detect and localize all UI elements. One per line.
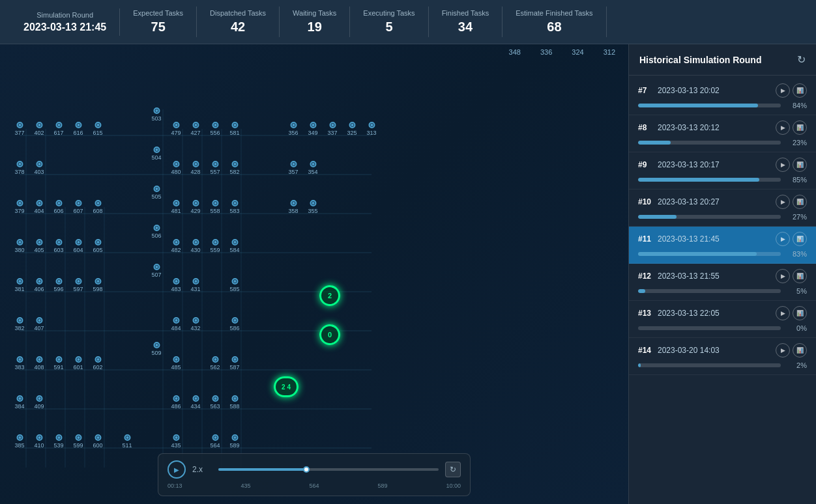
node-608[interactable]: 608 — [93, 200, 102, 214]
node-615[interactable]: 615 — [93, 122, 102, 136]
node-507[interactable]: 507 — [151, 264, 161, 278]
node-563[interactable]: 563 — [210, 395, 220, 410]
node-409[interactable]: 409 — [34, 395, 44, 410]
round-chart-button-5[interactable]: 📊 — [793, 269, 807, 283]
node-337[interactable]: 337 — [327, 122, 337, 136]
node-587[interactable]: 587 — [229, 356, 239, 371]
node-597[interactable]: 597 — [73, 278, 83, 292]
node-427[interactable]: 427 — [190, 122, 200, 136]
node-601[interactable]: 601 — [73, 356, 83, 371]
node-607[interactable]: 607 — [73, 200, 83, 214]
node-503[interactable]: 503 — [151, 107, 161, 122]
node-383[interactable]: 383 — [14, 356, 24, 371]
node-485[interactable]: 485 — [171, 356, 181, 371]
node-378[interactable]: 378 — [14, 161, 24, 175]
node-384[interactable]: 384 — [14, 395, 24, 410]
node-605[interactable]: 605 — [93, 239, 102, 253]
round-item-13[interactable]: #132023-03-13 22:05▶📊0% — [629, 301, 816, 338]
node-505[interactable]: 505 — [151, 186, 161, 200]
node-539[interactable]: 539 — [53, 434, 63, 449]
node-617[interactable]: 617 — [53, 122, 63, 136]
round-item-14[interactable]: #142023-03-20 14:03▶📊2% — [629, 338, 816, 375]
node-432[interactable]: 432 — [190, 317, 200, 331]
node-355[interactable]: 355 — [308, 200, 317, 214]
node-486[interactable]: 486 — [171, 395, 181, 410]
round-chart-button-0[interactable]: 📊 — [793, 83, 807, 98]
active-node-2-4[interactable]: 2 4 — [274, 376, 299, 397]
node-588[interactable]: 588 — [229, 395, 239, 410]
round-chart-button-3[interactable]: 📊 — [793, 195, 807, 209]
node-379[interactable]: 379 — [14, 200, 24, 214]
node-558[interactable]: 558 — [210, 200, 220, 214]
node-556[interactable]: 556 — [210, 122, 220, 136]
node-616[interactable]: 616 — [73, 122, 83, 136]
node-407[interactable]: 407 — [34, 317, 44, 331]
node-434[interactable]: 434 — [190, 395, 200, 410]
node-584[interactable]: 584 — [229, 239, 239, 253]
node-382[interactable]: 382 — [14, 317, 24, 331]
node-582[interactable]: 582 — [229, 161, 239, 175]
node-357[interactable]: 357 — [288, 161, 298, 175]
round-play-button-0[interactable]: ▶ — [776, 83, 790, 98]
node-559[interactable]: 559 — [210, 239, 220, 253]
node-589[interactable]: 589 — [229, 434, 239, 449]
node-428[interactable]: 428 — [190, 161, 200, 175]
node-603[interactable]: 603 — [53, 239, 63, 253]
node-484[interactable]: 484 — [171, 317, 181, 331]
node-431[interactable]: 431 — [190, 278, 200, 292]
round-item-7[interactable]: #72023-03-13 20:02▶📊84% — [629, 78, 816, 115]
round-play-button-6[interactable]: ▶ — [776, 306, 790, 320]
node-429[interactable]: 429 — [190, 200, 200, 214]
panel-refresh-button[interactable]: ↻ — [797, 53, 806, 66]
round-chart-button-2[interactable]: 📊 — [793, 158, 807, 172]
timeline[interactable] — [218, 468, 439, 471]
node-381[interactable]: 381 — [14, 278, 24, 292]
node-354[interactable]: 354 — [308, 161, 317, 175]
node-604[interactable]: 604 — [73, 239, 83, 253]
round-item-10[interactable]: #102023-03-13 20:27▶📊27% — [629, 189, 816, 227]
node-404[interactable]: 404 — [34, 200, 44, 214]
round-chart-button-1[interactable]: 📊 — [793, 120, 807, 135]
node-405[interactable]: 405 — [34, 239, 44, 253]
node-506[interactable]: 506 — [151, 225, 161, 239]
round-play-button-3[interactable]: ▶ — [776, 195, 790, 209]
node-483[interactable]: 483 — [171, 278, 181, 292]
round-chart-button-6[interactable]: 📊 — [793, 306, 807, 320]
round-play-button-1[interactable]: ▶ — [776, 120, 790, 135]
node-430[interactable]: 430 — [190, 239, 200, 253]
node-402[interactable]: 402 — [34, 122, 44, 136]
node-564[interactable]: 564 — [210, 434, 220, 449]
timeline-refresh-button[interactable]: ↻ — [445, 462, 461, 477]
node-585[interactable]: 585 — [229, 278, 239, 292]
node-481[interactable]: 481 — [171, 200, 181, 214]
round-play-button-5[interactable]: ▶ — [776, 269, 790, 283]
node-511[interactable]: 511 — [122, 434, 132, 449]
node-599[interactable]: 599 — [73, 434, 83, 449]
active-node-2[interactable]: 2 — [319, 285, 340, 306]
node-586[interactable]: 586 — [229, 317, 239, 331]
node-583[interactable]: 583 — [229, 200, 239, 214]
node-602[interactable]: 602 — [93, 356, 102, 371]
play-button[interactable]: ▶ — [168, 460, 186, 479]
node-591[interactable]: 591 — [53, 356, 63, 371]
node-596[interactable]: 596 — [53, 278, 63, 292]
node-410[interactable]: 410 — [34, 434, 44, 449]
node-435[interactable]: 435 — [171, 434, 181, 449]
round-item-8[interactable]: #82023-03-13 20:12▶📊23% — [629, 115, 816, 152]
node-325[interactable]: 325 — [347, 122, 357, 136]
node-557[interactable]: 557 — [210, 161, 220, 175]
round-item-11[interactable]: #112023-03-13 21:45▶📊83% — [629, 227, 816, 264]
node-408[interactable]: 408 — [34, 356, 44, 371]
node-581[interactable]: 581 — [229, 122, 239, 136]
node-562[interactable]: 562 — [210, 356, 220, 371]
node-377[interactable]: 377 — [14, 122, 24, 136]
round-chart-button-4[interactable]: 📊 — [793, 232, 807, 246]
node-606[interactable]: 606 — [53, 200, 63, 214]
round-item-9[interactable]: #92023-03-13 20:17▶📊85% — [629, 152, 816, 189]
node-380[interactable]: 380 — [14, 239, 24, 253]
node-356[interactable]: 356 — [288, 122, 298, 136]
node-313[interactable]: 313 — [366, 122, 376, 136]
node-403[interactable]: 403 — [34, 161, 44, 175]
node-480[interactable]: 480 — [171, 161, 181, 175]
round-play-button-4[interactable]: ▶ — [776, 232, 790, 246]
